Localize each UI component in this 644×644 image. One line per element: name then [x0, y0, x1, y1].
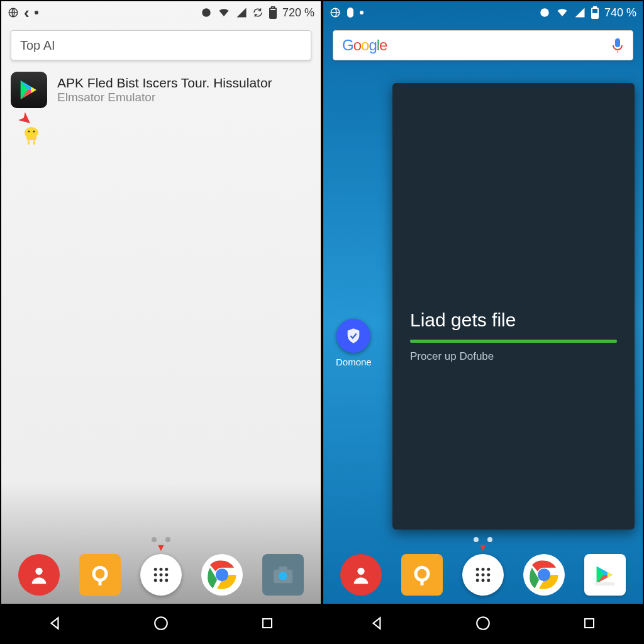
svg-point-17: [159, 574, 162, 577]
svg-rect-9: [28, 140, 30, 145]
signal-icon: [574, 7, 586, 18]
nav-recents-icon[interactable]: [258, 614, 277, 633]
emulator-screen-left: ‹ 720 % Top AI: [0, 0, 322, 644]
svg-rect-3: [272, 6, 274, 8]
status-dot-icon: [35, 11, 38, 14]
emulator-screen-right: 740 % Google Domone Liad gets file Proce…: [322, 0, 644, 644]
svg-point-19: [154, 579, 157, 582]
svg-point-8: [33, 131, 35, 133]
svg-point-21: [165, 579, 168, 582]
app-result-row[interactable]: APK Fled Bist Iscers Tour. Hissulator El…: [1, 60, 321, 114]
svg-rect-53: [585, 619, 594, 628]
app-title: APK Fled Bist Iscers Tour. Hissulator: [57, 75, 272, 91]
svg-point-43: [476, 574, 479, 577]
svg-point-15: [165, 568, 168, 571]
svg-rect-31: [347, 8, 353, 18]
sync-icon: [539, 7, 550, 18]
svg-point-39: [416, 567, 428, 580]
svg-rect-27: [279, 567, 287, 571]
dock: [323, 546, 643, 604]
svg-point-16: [154, 574, 157, 577]
android-nav-bar: [1, 604, 321, 643]
progress-bar: [410, 340, 617, 343]
svg-rect-34: [594, 6, 596, 8]
svg-point-48: [487, 579, 490, 582]
svg-point-45: [487, 574, 490, 577]
google-logo: Google: [342, 36, 387, 54]
refresh-icon: [252, 7, 264, 18]
panel-subtitle: Procer up Dofube: [410, 350, 617, 363]
svg-point-41: [481, 568, 484, 571]
mouse-icon: [346, 7, 355, 18]
svg-point-47: [481, 579, 484, 582]
svg-rect-29: [263, 619, 272, 628]
mic-icon[interactable]: [611, 37, 624, 53]
svg-point-7: [28, 131, 30, 133]
search-input[interactable]: Top AI: [11, 30, 311, 60]
signal-icon: [236, 7, 247, 18]
svg-point-26: [279, 572, 287, 580]
svg-rect-4: [270, 11, 275, 18]
shield-check-icon: [336, 319, 370, 353]
svg-point-42: [487, 568, 490, 571]
status-bar: ‹ 720 %: [1, 1, 321, 24]
dock-chrome-icon[interactable]: [523, 554, 565, 596]
svg-point-44: [481, 574, 484, 577]
nav-back-icon[interactable]: [45, 614, 64, 633]
app-subtitle: Elmsator Emulator: [57, 91, 272, 104]
android-nav-bar: [323, 604, 643, 643]
globe-icon: [330, 7, 341, 18]
battery-text: 740 %: [604, 6, 636, 19]
svg-point-32: [540, 8, 549, 17]
battery-text: 720 %: [282, 6, 314, 19]
dock-playstore-icon[interactable]: [584, 554, 626, 596]
nav-recents-icon[interactable]: [580, 614, 599, 633]
dock-loop-icon[interactable]: [79, 554, 121, 596]
svg-point-52: [477, 617, 489, 630]
svg-rect-35: [592, 14, 597, 18]
svg-point-38: [358, 568, 365, 575]
nav-back-icon[interactable]: [367, 614, 386, 633]
nav-home-icon[interactable]: [152, 614, 170, 633]
svg-point-18: [165, 574, 168, 577]
google-search-bar[interactable]: Google: [333, 30, 633, 60]
svg-point-14: [159, 568, 162, 571]
home-app-domone[interactable]: Domone: [336, 319, 372, 367]
dock-contacts-icon[interactable]: [18, 554, 60, 596]
wifi-icon: [217, 7, 231, 18]
back-chevron-icon[interactable]: ‹: [24, 3, 30, 23]
svg-point-11: [36, 568, 43, 575]
dock: [1, 546, 321, 604]
wifi-icon: [555, 7, 569, 18]
svg-rect-6: [26, 133, 36, 140]
svg-rect-36: [615, 38, 620, 47]
dock-chrome-icon[interactable]: [201, 554, 243, 596]
battery-icon: [269, 6, 277, 19]
svg-rect-37: [617, 50, 618, 53]
svg-point-1: [202, 8, 211, 17]
dock-loop-icon[interactable]: [401, 554, 443, 596]
dock-contacts-icon[interactable]: [340, 554, 382, 596]
globe-icon: [8, 7, 19, 18]
svg-point-12: [94, 567, 106, 580]
page-indicator: [152, 537, 170, 542]
sync-icon: [201, 7, 212, 18]
svg-point-28: [155, 617, 167, 630]
svg-rect-51: [595, 582, 614, 586]
search-placeholder: Top AI: [20, 38, 55, 53]
dock-camera-icon[interactable]: [262, 554, 304, 596]
android-robot-icon: [20, 124, 43, 147]
loading-panel: Liad gets file Procer up Dofube: [392, 83, 635, 530]
dock-app-drawer-icon[interactable]: [462, 554, 504, 596]
svg-rect-10: [33, 140, 35, 145]
svg-point-50: [538, 569, 550, 581]
svg-point-20: [159, 579, 162, 582]
svg-point-13: [154, 568, 157, 571]
dock-app-drawer-icon[interactable]: [140, 554, 182, 596]
home-app-label: Domone: [336, 357, 372, 367]
svg-point-46: [476, 579, 479, 582]
status-bar: 740 %: [323, 1, 643, 24]
nav-home-icon[interactable]: [474, 614, 492, 633]
page-indicator: [474, 537, 492, 542]
svg-point-40: [476, 568, 479, 571]
